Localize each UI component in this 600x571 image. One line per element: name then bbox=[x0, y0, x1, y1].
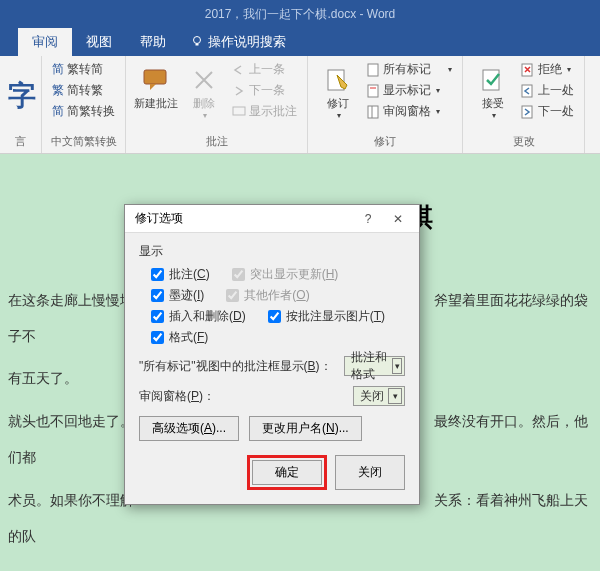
prev-icon bbox=[232, 64, 246, 76]
track-options-dialog: 修订选项 ? ✕ 显示 批注(C) 突出显示更新(H) 墨迹(I) 其他作者(O… bbox=[124, 204, 420, 505]
accept-icon bbox=[480, 67, 506, 93]
chk-other-authors[interactable]: 其他作者(O) bbox=[226, 287, 309, 304]
group-label-comments: 批注 bbox=[134, 132, 299, 149]
chk-comments[interactable]: 批注(C) bbox=[151, 266, 210, 283]
section-display: 显示 bbox=[139, 243, 405, 260]
language-button[interactable]: 字 bbox=[8, 60, 36, 132]
previous-change[interactable]: 上一处 bbox=[519, 81, 576, 100]
pane-combo[interactable]: 关闭▾ bbox=[353, 386, 405, 406]
dialog-title: 修订选项 bbox=[135, 210, 183, 227]
pane-label: 审阅窗格(P)： bbox=[139, 388, 215, 405]
show-markup-dropdown[interactable]: 显示标记▾ bbox=[364, 81, 454, 100]
comment-new-icon bbox=[142, 68, 170, 92]
svg-rect-5 bbox=[368, 64, 378, 76]
svg-point-0 bbox=[194, 37, 201, 44]
chk-highlight-updates[interactable]: 突出显示更新(H) bbox=[232, 266, 339, 283]
chk-pictures-by-comment[interactable]: 按批注显示图片(T) bbox=[268, 308, 385, 325]
next-icon bbox=[232, 85, 246, 97]
new-comment-button[interactable]: 新建批注 bbox=[134, 60, 178, 132]
show-comments-icon bbox=[232, 106, 246, 118]
pane-icon bbox=[366, 105, 380, 119]
svg-rect-1 bbox=[196, 44, 199, 46]
chk-insertions-deletions[interactable]: 插入和删除(D) bbox=[151, 308, 246, 325]
ok-highlight: 确定 bbox=[247, 455, 327, 490]
next-change-icon bbox=[521, 105, 535, 119]
convert-to-simplified[interactable]: 简繁转简 bbox=[50, 60, 117, 79]
document-title: 2017，我们一起下个棋.docx - Word bbox=[205, 6, 396, 23]
dialog-titlebar: 修订选项 ? ✕ bbox=[125, 205, 419, 233]
svg-rect-8 bbox=[368, 106, 378, 118]
tab-review[interactable]: 审阅 bbox=[18, 28, 72, 56]
group-label-tracking: 修订 bbox=[316, 132, 454, 149]
reject-button[interactable]: 拒绝▾ bbox=[519, 60, 576, 79]
show-comments[interactable]: 显示批注 bbox=[230, 102, 299, 121]
balloon-label: "所有标记"视图中的批注框显示(B)： bbox=[139, 358, 332, 375]
ok-button[interactable]: 确定 bbox=[252, 460, 322, 485]
group-label-language: 言 bbox=[8, 132, 33, 149]
cancel-button[interactable]: 关闭 bbox=[335, 455, 405, 490]
dialog-help-button[interactable]: ? bbox=[353, 208, 383, 230]
svg-rect-2 bbox=[144, 70, 166, 84]
convert-to-traditional[interactable]: 繁简转繁 bbox=[50, 81, 117, 100]
dialog-close-button[interactable]: ✕ bbox=[383, 208, 413, 230]
chinese-conversion[interactable]: 简简繁转换 bbox=[50, 102, 117, 121]
change-username-button[interactable]: 更改用户名(N)... bbox=[249, 416, 362, 441]
previous-comment[interactable]: 上一条 bbox=[230, 60, 299, 79]
svg-rect-10 bbox=[483, 70, 499, 90]
ribbon: 字 言 简繁转简 繁简转繁 简简繁转换 中文简繁转换 新建批注 删除▾ 上一条 bbox=[0, 56, 600, 154]
next-comment[interactable]: 下一条 bbox=[230, 81, 299, 100]
markup-display-dropdown[interactable]: 所有标记▾ bbox=[364, 60, 454, 79]
advanced-options-button[interactable]: 高级选项(A)... bbox=[139, 416, 239, 441]
balloon-combo[interactable]: 批注和格式▾ bbox=[344, 356, 405, 376]
track-changes-button[interactable]: 修订▾ bbox=[316, 60, 360, 132]
prev-change-icon bbox=[521, 84, 535, 98]
chevron-down-icon: ▾ bbox=[392, 358, 402, 374]
group-label-chinese-conversion: 中文简繁转换 bbox=[50, 132, 117, 149]
delete-icon bbox=[192, 68, 216, 92]
track-icon bbox=[325, 67, 351, 93]
next-change[interactable]: 下一处 bbox=[519, 102, 576, 121]
chk-formatting[interactable]: 格式(F) bbox=[151, 329, 208, 346]
markup-icon bbox=[366, 84, 380, 98]
doc-icon bbox=[366, 63, 380, 77]
reviewing-pane-dropdown[interactable]: 审阅窗格▾ bbox=[364, 102, 454, 121]
svg-rect-6 bbox=[368, 85, 378, 97]
svg-rect-13 bbox=[522, 106, 532, 118]
tell-me-search[interactable]: 操作说明搜索 bbox=[180, 28, 296, 56]
chk-ink[interactable]: 墨迹(I) bbox=[151, 287, 204, 304]
delete-comment-button[interactable]: 删除▾ bbox=[182, 60, 226, 132]
tab-view[interactable]: 视图 bbox=[72, 28, 126, 56]
svg-rect-3 bbox=[233, 107, 245, 115]
reject-icon bbox=[521, 63, 535, 77]
chevron-down-icon: ▾ bbox=[388, 388, 402, 404]
title-bar: 2017，我们一起下个棋.docx - Word bbox=[0, 0, 600, 28]
ribbon-tabs: 审阅 视图 帮助 操作说明搜索 bbox=[0, 28, 600, 56]
accept-button[interactable]: 接受▾ bbox=[471, 60, 515, 132]
tab-help[interactable]: 帮助 bbox=[126, 28, 180, 56]
lightbulb-icon bbox=[190, 35, 204, 49]
group-label-changes: 更改 bbox=[471, 132, 576, 149]
svg-rect-12 bbox=[522, 85, 532, 97]
